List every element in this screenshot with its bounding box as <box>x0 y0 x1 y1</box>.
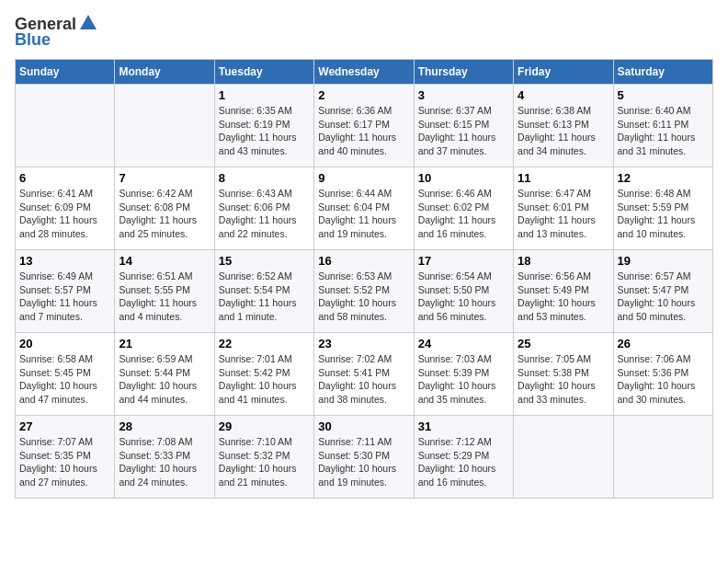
day-number: 6 <box>19 171 110 185</box>
day-info: Sunrise: 7:06 AMSunset: 5:36 PMDaylight:… <box>618 352 709 407</box>
day-info: Sunrise: 6:37 AMSunset: 6:15 PMDaylight:… <box>418 104 509 158</box>
day-number: 27 <box>19 419 110 433</box>
calendar-cell: 24Sunrise: 7:03 AMSunset: 5:39 PMDayligh… <box>414 333 513 416</box>
day-info: Sunrise: 7:10 AMSunset: 5:32 PMDaylight:… <box>219 435 310 489</box>
svg-marker-0 <box>80 15 97 29</box>
calendar-cell <box>115 85 214 167</box>
calendar-cell: 29Sunrise: 7:10 AMSunset: 5:32 PMDayligh… <box>214 416 313 499</box>
calendar-cell: 4Sunrise: 6:38 AMSunset: 6:13 PMDaylight… <box>514 85 613 167</box>
day-info: Sunrise: 6:43 AMSunset: 6:06 PMDaylight:… <box>219 187 310 241</box>
weekday-header-row: SundayMondayTuesdayWednesdayThursdayFrid… <box>16 60 713 85</box>
calendar-cell: 20Sunrise: 6:58 AMSunset: 5:45 PMDayligh… <box>16 333 115 416</box>
week-row-3: 13Sunrise: 6:49 AMSunset: 5:57 PMDayligh… <box>16 250 713 333</box>
weekday-header-thursday: Thursday <box>414 60 513 85</box>
day-info: Sunrise: 6:54 AMSunset: 5:50 PMDaylight:… <box>418 270 509 324</box>
day-number: 11 <box>518 171 609 185</box>
day-number: 5 <box>618 88 709 102</box>
day-info: Sunrise: 6:40 AMSunset: 6:11 PMDaylight:… <box>618 104 709 158</box>
day-info: Sunrise: 6:51 AMSunset: 5:55 PMDaylight:… <box>119 270 210 324</box>
day-number: 25 <box>518 337 609 350</box>
calendar-cell: 14Sunrise: 6:51 AMSunset: 5:55 PMDayligh… <box>115 250 214 333</box>
day-info: Sunrise: 7:12 AMSunset: 5:29 PMDaylight:… <box>418 435 509 489</box>
header: General Blue <box>15 15 713 50</box>
calendar-cell: 8Sunrise: 6:43 AMSunset: 6:06 PMDaylight… <box>214 167 313 250</box>
weekday-header-tuesday: Tuesday <box>214 60 313 85</box>
day-number: 31 <box>418 419 509 433</box>
calendar-cell: 22Sunrise: 7:01 AMSunset: 5:42 PMDayligh… <box>214 333 313 416</box>
day-info: Sunrise: 6:57 AMSunset: 5:47 PMDaylight:… <box>618 270 709 324</box>
week-row-4: 20Sunrise: 6:58 AMSunset: 5:45 PMDayligh… <box>16 333 713 416</box>
calendar-cell: 30Sunrise: 7:11 AMSunset: 5:30 PMDayligh… <box>314 416 414 499</box>
calendar-cell: 12Sunrise: 6:48 AMSunset: 5:59 PMDayligh… <box>613 167 712 250</box>
day-info: Sunrise: 7:11 AMSunset: 5:30 PMDaylight:… <box>318 435 409 489</box>
calendar-cell: 15Sunrise: 6:52 AMSunset: 5:54 PMDayligh… <box>214 250 313 333</box>
calendar-cell: 10Sunrise: 6:46 AMSunset: 6:02 PMDayligh… <box>414 167 513 250</box>
day-info: Sunrise: 6:41 AMSunset: 6:09 PMDaylight:… <box>19 187 110 241</box>
calendar-cell: 26Sunrise: 7:06 AMSunset: 5:36 PMDayligh… <box>613 333 712 416</box>
day-info: Sunrise: 6:46 AMSunset: 6:02 PMDaylight:… <box>418 187 509 241</box>
day-number: 8 <box>219 171 310 185</box>
day-info: Sunrise: 7:05 AMSunset: 5:38 PMDaylight:… <box>518 352 609 407</box>
logo-icon <box>78 13 98 33</box>
day-info: Sunrise: 7:07 AMSunset: 5:35 PMDaylight:… <box>19 435 110 489</box>
weekday-header-wednesday: Wednesday <box>314 60 414 85</box>
calendar-cell: 5Sunrise: 6:40 AMSunset: 6:11 PMDaylight… <box>613 85 712 167</box>
calendar-cell: 16Sunrise: 6:53 AMSunset: 5:52 PMDayligh… <box>314 250 414 333</box>
day-number: 9 <box>318 171 409 185</box>
day-info: Sunrise: 7:08 AMSunset: 5:33 PMDaylight:… <box>119 435 210 489</box>
calendar-cell: 25Sunrise: 7:05 AMSunset: 5:38 PMDayligh… <box>514 333 613 416</box>
day-number: 24 <box>418 337 509 350</box>
day-info: Sunrise: 7:01 AMSunset: 5:42 PMDaylight:… <box>219 352 310 407</box>
calendar-cell: 27Sunrise: 7:07 AMSunset: 5:35 PMDayligh… <box>16 416 115 499</box>
day-number: 3 <box>418 88 509 102</box>
day-info: Sunrise: 6:59 AMSunset: 5:44 PMDaylight:… <box>119 352 210 407</box>
week-row-1: 1Sunrise: 6:35 AMSunset: 6:19 PMDaylight… <box>16 85 713 167</box>
calendar-cell: 19Sunrise: 6:57 AMSunset: 5:47 PMDayligh… <box>613 250 712 333</box>
logo: General Blue <box>15 15 98 50</box>
week-row-5: 27Sunrise: 7:07 AMSunset: 5:35 PMDayligh… <box>16 416 713 499</box>
calendar-cell: 28Sunrise: 7:08 AMSunset: 5:33 PMDayligh… <box>115 416 214 499</box>
calendar-cell: 31Sunrise: 7:12 AMSunset: 5:29 PMDayligh… <box>414 416 513 499</box>
calendar-cell: 7Sunrise: 6:42 AMSunset: 6:08 PMDaylight… <box>115 167 214 250</box>
calendar-cell: 13Sunrise: 6:49 AMSunset: 5:57 PMDayligh… <box>16 250 115 333</box>
calendar-cell: 3Sunrise: 6:37 AMSunset: 6:15 PMDaylight… <box>414 85 513 167</box>
calendar-cell: 9Sunrise: 6:44 AMSunset: 6:04 PMDaylight… <box>314 167 414 250</box>
day-number: 10 <box>418 171 509 185</box>
day-number: 2 <box>318 88 409 102</box>
day-number: 26 <box>618 337 709 350</box>
calendar-table: SundayMondayTuesdayWednesdayThursdayFrid… <box>15 59 713 499</box>
day-number: 23 <box>318 337 409 350</box>
weekday-header-saturday: Saturday <box>613 60 712 85</box>
calendar-cell <box>16 85 115 167</box>
day-number: 22 <box>219 337 310 350</box>
day-info: Sunrise: 7:02 AMSunset: 5:41 PMDaylight:… <box>318 352 409 407</box>
calendar-cell: 11Sunrise: 6:47 AMSunset: 6:01 PMDayligh… <box>514 167 613 250</box>
day-info: Sunrise: 6:52 AMSunset: 5:54 PMDaylight:… <box>219 270 310 324</box>
day-number: 30 <box>318 419 409 433</box>
week-row-2: 6Sunrise: 6:41 AMSunset: 6:09 PMDaylight… <box>16 167 713 250</box>
day-info: Sunrise: 7:03 AMSunset: 5:39 PMDaylight:… <box>418 352 509 407</box>
day-number: 7 <box>119 171 210 185</box>
day-info: Sunrise: 6:47 AMSunset: 6:01 PMDaylight:… <box>518 187 609 241</box>
day-number: 19 <box>618 254 709 268</box>
calendar-cell: 23Sunrise: 7:02 AMSunset: 5:41 PMDayligh… <box>314 333 414 416</box>
weekday-header-monday: Monday <box>115 60 214 85</box>
day-number: 4 <box>518 88 609 102</box>
calendar-cell: 1Sunrise: 6:35 AMSunset: 6:19 PMDaylight… <box>214 85 313 167</box>
calendar-cell: 21Sunrise: 6:59 AMSunset: 5:44 PMDayligh… <box>115 333 214 416</box>
day-number: 15 <box>219 254 310 268</box>
day-info: Sunrise: 6:56 AMSunset: 5:49 PMDaylight:… <box>518 270 609 324</box>
day-number: 1 <box>219 88 310 102</box>
day-number: 18 <box>518 254 609 268</box>
day-number: 20 <box>19 337 110 350</box>
calendar-cell: 6Sunrise: 6:41 AMSunset: 6:09 PMDaylight… <box>16 167 115 250</box>
day-number: 17 <box>418 254 509 268</box>
day-info: Sunrise: 6:38 AMSunset: 6:13 PMDaylight:… <box>518 104 609 158</box>
logo-blue-text: Blue <box>15 30 51 50</box>
day-info: Sunrise: 6:42 AMSunset: 6:08 PMDaylight:… <box>119 187 210 241</box>
day-number: 28 <box>119 419 210 433</box>
calendar-cell <box>613 416 712 499</box>
day-info: Sunrise: 6:49 AMSunset: 5:57 PMDaylight:… <box>19 270 110 324</box>
calendar-cell: 17Sunrise: 6:54 AMSunset: 5:50 PMDayligh… <box>414 250 513 333</box>
calendar-cell: 18Sunrise: 6:56 AMSunset: 5:49 PMDayligh… <box>514 250 613 333</box>
